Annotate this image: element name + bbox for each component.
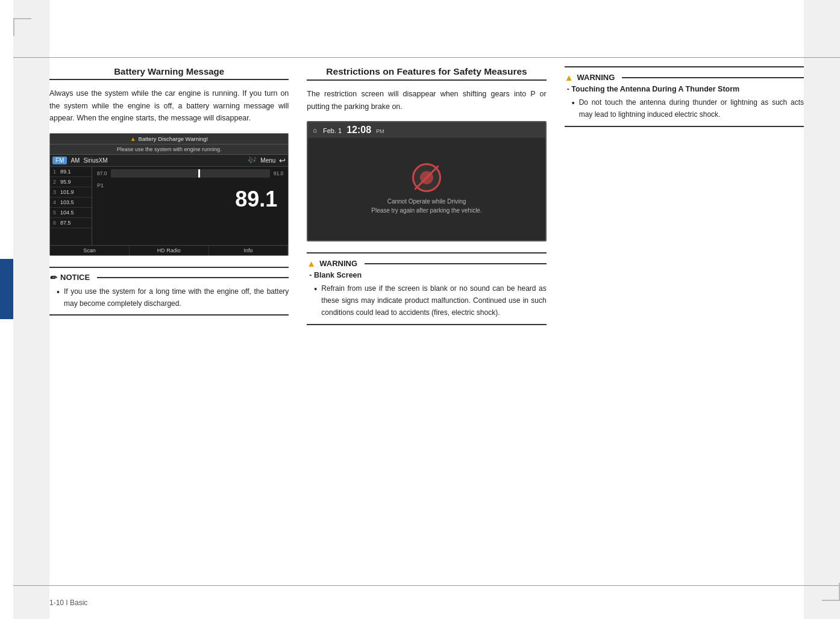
- col2-body: The restriction screen will disappear wh…: [307, 88, 546, 113]
- warning-blank-subtitle: - Blank Screen: [307, 271, 546, 279]
- radio-back-icon[interactable]: ↩: [279, 156, 286, 165]
- warning-blank-dot: •: [314, 283, 318, 296]
- warning-blank-content: Refrain from use if the screen is blank …: [321, 283, 546, 319]
- radio-scale-marker: [198, 169, 200, 178]
- screen-text: Cannot Operate while Driving Please try …: [371, 197, 481, 215]
- radio-scale-track: [111, 169, 270, 178]
- notice-label: NOTICE: [60, 273, 90, 282]
- notice-text: • If you use the system for a long time …: [49, 286, 289, 310]
- notice-bullet-dot: •: [57, 286, 60, 299]
- warning-antenna-content: Do not touch the antenna during thunder …: [579, 97, 804, 121]
- radio-menu-btn[interactable]: Menu: [260, 157, 275, 164]
- main-content: Battery Warning Message Always use the s…: [49, 66, 804, 583]
- radio-scan-btn[interactable]: Scan: [50, 246, 130, 255]
- preset-5[interactable]: 5104.5: [50, 208, 92, 218]
- house-icon: ⌂: [313, 126, 317, 134]
- warning-antenna-dot: •: [572, 97, 575, 110]
- radio-freq-big: 89.1: [97, 188, 283, 210]
- notice-header: ✏ NOTICE: [49, 273, 289, 282]
- warning-blank-label: WARNING: [319, 259, 357, 268]
- right-stripe: [804, 0, 840, 619]
- left-tab: [0, 259, 13, 319]
- preset-6[interactable]: 687.5: [50, 218, 92, 228]
- radio-warning-bar: ▲ Battery Discharge Warning!: [50, 134, 288, 145]
- radio-hdradio-btn[interactable]: HD Radio: [130, 246, 209, 255]
- screen-mock: ⌂ Feb. 1 12:08 PM: [307, 121, 546, 241]
- left-stripe: [13, 0, 49, 619]
- preset-2[interactable]: 295.9: [50, 177, 92, 187]
- bottom-line: [13, 585, 840, 586]
- warning-antenna-subtitle: - Touching the Antenna During A Thunder …: [565, 85, 804, 93]
- col2-title: Restrictions on Features for Safety Meas…: [307, 66, 546, 81]
- radio-p1: P1: [97, 182, 104, 188]
- radio-nav: FM AM SiriusXM 🎶 Menu ↩: [50, 155, 288, 167]
- scale-left: 87.0: [97, 170, 107, 176]
- screen-text1: Cannot Operate while Driving: [371, 197, 481, 206]
- preset-4[interactable]: 4103.5: [50, 198, 92, 208]
- col1-title: Battery Warning Message: [49, 66, 289, 80]
- screen-date: Feb. 1: [323, 127, 342, 134]
- page-container: Battery Warning Message Always use the s…: [0, 0, 840, 619]
- radio-am-btn[interactable]: AM: [71, 157, 80, 164]
- col1-body: Always use the system while the car engi…: [49, 87, 289, 125]
- screen-body: Cannot Operate while Driving Please try …: [308, 138, 545, 240]
- radio-bottom: Scan HD Radio Info: [50, 245, 288, 255]
- screen-time: 12:08: [346, 125, 371, 135]
- date-time: Feb. 1 12:08 PM: [323, 125, 384, 135]
- col-antenna: ▲ WARNING - Touching the Antenna During …: [565, 66, 804, 583]
- notice-pencil-icon: ✏: [49, 273, 57, 282]
- radio-warning-text2: Please use the system with engine runnin…: [117, 146, 222, 152]
- warning-triangle-icon: ▲: [130, 135, 136, 142]
- columns: Battery Warning Message Always use the s…: [49, 66, 804, 583]
- warning-blank-header: ▲ WARNING: [307, 258, 546, 269]
- warning-blank-bullet: • Refrain from use if the screen is blan…: [314, 283, 546, 319]
- radio-body: 189.1 295.9 3101.9 4103.5 5104.5 687.5 8…: [50, 167, 288, 245]
- warning-triangle-icon2: ▲: [307, 258, 316, 269]
- col-battery: Battery Warning Message Always use the s…: [49, 66, 289, 583]
- screen-ampm: PM: [376, 128, 384, 134]
- col-restrictions: Restrictions on Features for Safety Meas…: [307, 66, 546, 583]
- preset-1[interactable]: 189.1: [50, 167, 92, 177]
- radio-warning-text1: Battery Discharge Warning!: [138, 135, 208, 142]
- no-drive-container: [412, 163, 441, 192]
- radio-mock: ▲ Battery Discharge Warning! Please use …: [49, 133, 289, 256]
- radio-info-btn[interactable]: Info: [209, 246, 289, 255]
- warning-antenna-text: • Do not touch the antenna during thunde…: [565, 97, 804, 121]
- radio-scale: 87.0 91.0: [97, 169, 283, 178]
- radio-presets: 189.1 295.9 3101.9 4103.5 5104.5 687.5: [50, 167, 92, 245]
- warning-antenna-bullet: • Do not touch the antenna during thunde…: [572, 97, 804, 121]
- warning-blank-screen: ▲ WARNING - Blank Screen • Refrain from …: [307, 252, 546, 325]
- screen-topbar: ⌂ Feb. 1 12:08 PM: [308, 122, 545, 138]
- radio-siriusxm-btn[interactable]: SiriusXM: [83, 157, 107, 164]
- preset-3[interactable]: 3101.9: [50, 187, 92, 198]
- notice-box: ✏ NOTICE • If you use the system for a l…: [49, 267, 289, 316]
- notice-bullet-item: • If you use the system for a long time …: [57, 286, 289, 310]
- warning-triangle-icon3: ▲: [565, 72, 574, 82]
- corner-br: [822, 583, 840, 601]
- warning-blank-text: • Refrain from use if the screen is blan…: [307, 283, 546, 319]
- warning-antenna-label: WARNING: [577, 73, 615, 82]
- radio-fm-btn[interactable]: FM: [52, 157, 67, 164]
- corner-tl: [13, 18, 31, 36]
- radio-warning-bar2: Please use the system with engine runnin…: [50, 145, 288, 155]
- warning-antenna-box: ▲ WARNING - Touching the Antenna During …: [565, 66, 804, 127]
- top-line: [13, 57, 840, 58]
- page-number: 1-10 I Basic: [49, 599, 87, 607]
- notice-bullet-text: If you use the system for a long time wi…: [64, 286, 289, 310]
- radio-main: 87.0 91.0 P1 89.1: [92, 167, 288, 245]
- scale-right2: 91.0: [274, 170, 284, 176]
- warning-antenna-header: ▲ WARNING: [565, 72, 804, 82]
- screen-text2: Please try again after parking the vehic…: [371, 206, 481, 215]
